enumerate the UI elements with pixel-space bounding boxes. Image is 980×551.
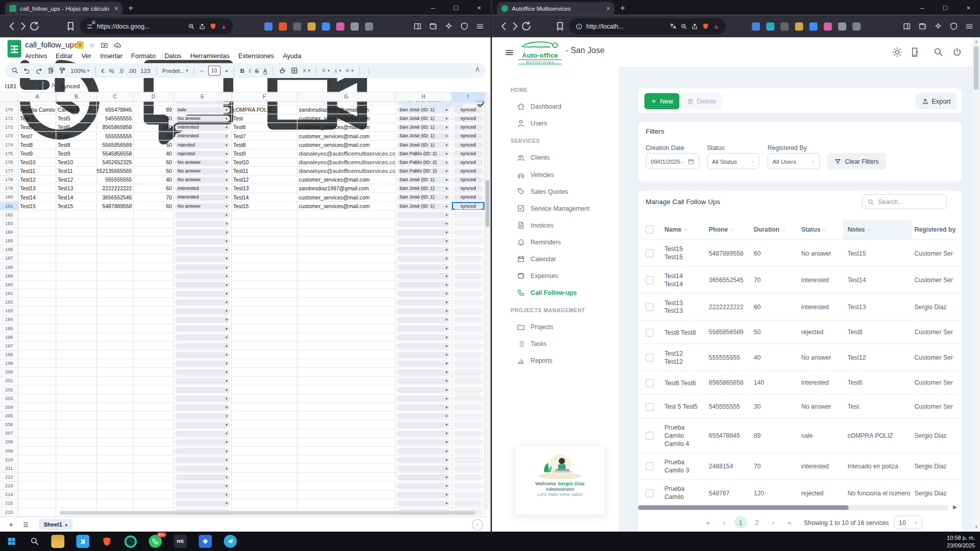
sheet-cell-I191[interactable] (452, 289, 485, 297)
sheet-cell-I214[interactable] (452, 490, 485, 498)
search-icon[interactable] (11, 67, 19, 74)
sheet-cell-I203[interactable] (452, 394, 485, 403)
sheet-cell-F203[interactable] (232, 394, 298, 403)
sheet-cell-C203[interactable] (97, 394, 134, 403)
sheet-cell-A184[interactable] (19, 228, 56, 236)
row-checkbox[interactable] (646, 403, 654, 411)
sheet-cell-F190[interactable] (232, 281, 298, 289)
sheet-cell-E195[interactable]: ▾ (174, 324, 232, 333)
table-row[interactable]: Test12Test1255555555540No answerTest12Cu… (638, 344, 963, 371)
badge-extension-icon[interactable] (293, 22, 301, 30)
sheet-cell-C200[interactable] (97, 368, 134, 376)
sheet-cell-I178[interactable]: synced (452, 176, 485, 184)
row-header-196[interactable]: 196 (0, 333, 19, 341)
column-header-A[interactable]: A (19, 92, 56, 101)
sheet-cell-G190[interactable] (298, 281, 396, 289)
sheet-cell-G209[interactable] (298, 447, 396, 455)
row-checkbox[interactable] (646, 489, 654, 497)
sheet-cell-E193[interactable]: ▾ (174, 307, 232, 315)
sheet-cell-G195[interactable] (298, 324, 396, 333)
row-header-181[interactable]: 181 (0, 202, 19, 210)
sheet-cell-I182[interactable] (452, 211, 485, 219)
row-header-197[interactable]: 197 (0, 342, 19, 350)
sheet-cell-F174[interactable]: Test8 (232, 141, 298, 149)
name-box-caret-icon[interactable]: ▾ (35, 83, 37, 88)
sheet-cell-C191[interactable] (97, 289, 134, 297)
increase-decimal-button[interactable]: .00 (128, 67, 136, 74)
sheet-cell-A180[interactable]: Test14 (19, 193, 56, 201)
sheet-cell-H183[interactable]: ▾ (396, 219, 452, 228)
sheet-cell-G177[interactable]: dianaleyes@autofficemultiservices.com (298, 167, 396, 175)
sheet-cell-I187[interactable] (452, 254, 485, 262)
right-address-bar[interactable]: http://localh... ▲ (570, 18, 726, 35)
vshield-icon[interactable] (949, 22, 958, 31)
page-size-select[interactable]: 10⌄ (894, 515, 922, 529)
row-header-187[interactable]: 187 (0, 254, 19, 262)
sheet-cell-B191[interactable] (56, 289, 97, 297)
scroll-up-icon[interactable]: ▲ (972, 39, 980, 44)
sheet-cell-H178[interactable]: San José (ID: 1)▾ (396, 176, 452, 184)
sheet-cell-C212[interactable] (97, 473, 134, 481)
italic-button[interactable]: I (249, 67, 250, 74)
sheet-cell-D186[interactable] (134, 245, 174, 254)
teal-extension-icon[interactable] (766, 22, 774, 30)
sheet-cell-H172[interactable]: San José (ID: 1)▾ (396, 123, 452, 131)
sheet-cell-B210[interactable] (56, 456, 97, 464)
sheet-cell-G171[interactable]: customer_services@mail.com (298, 114, 396, 122)
sheet-cell-C170[interactable]: 655478845 (97, 106, 134, 114)
sheet-cell-I171[interactable]: synced (452, 114, 485, 122)
sheet-cell-A203[interactable] (19, 394, 56, 403)
number-format-button[interactable]: 123 (140, 67, 150, 74)
sidebar-item-users[interactable]: Users (492, 115, 619, 132)
sheet-cell-F193[interactable] (232, 307, 298, 315)
share-icon[interactable] (691, 23, 698, 30)
sidebar-item-vehicles[interactable]: Vehicles (492, 166, 619, 183)
puzzle-extension-icon[interactable] (351, 22, 359, 30)
sheet-cell-B197[interactable] (56, 342, 97, 350)
sheet-cell-B174[interactable]: Test8 (56, 141, 97, 149)
sheet-cell-F194[interactable] (232, 315, 298, 323)
sheet-cell-F181[interactable]: Test15 (232, 202, 298, 210)
sheet-cell-E171[interactable]: No answer▾ (174, 114, 232, 122)
minimize-button[interactable]: – (911, 0, 934, 15)
sidebar-item-projects[interactable]: Projects (492, 318, 619, 335)
sheet-cell-E188[interactable]: ▾ (174, 263, 232, 271)
sidebar-item-call-follow-ups[interactable]: Call Follow-ups (492, 284, 619, 301)
sheet-cell-E192[interactable]: ▾ (174, 298, 232, 306)
sheet-cell-H175[interactable]: San Pablo (ID: 2)▾ (396, 149, 452, 158)
sheet-cell-H211[interactable]: ▾ (396, 464, 452, 472)
puzzle-extension-icon[interactable] (838, 22, 846, 30)
row-header-209[interactable]: 209 (0, 447, 19, 455)
row-header-202[interactable]: 202 (0, 386, 19, 394)
sheet-cell-E203[interactable]: ▾ (174, 394, 232, 403)
sheet-cell-H185[interactable]: ▾ (396, 237, 452, 245)
sheet-cell-E184[interactable]: ▾ (174, 228, 232, 236)
row-checkbox[interactable] (646, 354, 654, 362)
sheet-cell-B204[interactable] (56, 403, 97, 411)
column-header-H[interactable]: H (396, 92, 452, 101)
maximize-button[interactable]: ▢ (934, 0, 957, 15)
sheet-cell-A199[interactable] (19, 359, 56, 367)
sheet-cell-G191[interactable] (298, 289, 396, 297)
sheet-cell-C193[interactable] (97, 307, 134, 315)
sheet-cell-A190[interactable] (19, 281, 56, 289)
row-header-174[interactable]: 174 (0, 141, 19, 149)
sheet-cell-I179[interactable]: synced (452, 184, 485, 192)
sheet-cell-D190[interactable] (134, 281, 174, 289)
undo-icon[interactable] (23, 67, 31, 74)
menu-formato[interactable]: Formato (131, 52, 156, 60)
sheet-cell-I197[interactable] (452, 342, 485, 350)
sidebar-item-invoices[interactable]: Invoices (492, 217, 619, 234)
browser-scrollbar[interactable]: ▲ ▼ (972, 37, 980, 532)
sheet-cell-F177[interactable]: Test11 (232, 167, 298, 175)
sheet-cell-G180[interactable]: customer_services@mail.com (298, 193, 396, 201)
sidebar-toggle-icon[interactable] (504, 47, 514, 58)
sheet-cell-H190[interactable]: ▾ (396, 281, 452, 289)
sheet-cell-G179[interactable]: sandresdiaz1997@gmail.com (298, 184, 396, 192)
menu-herramientas[interactable]: Herramientas (190, 52, 230, 60)
sheet-vertical-scrollbar[interactable] (484, 92, 491, 510)
delete-button[interactable]: Delete (680, 93, 722, 109)
sheet-cell-D209[interactable] (134, 447, 174, 455)
sheet-cell-A192[interactable] (19, 298, 56, 306)
row-header-178[interactable]: 178 (0, 176, 19, 184)
